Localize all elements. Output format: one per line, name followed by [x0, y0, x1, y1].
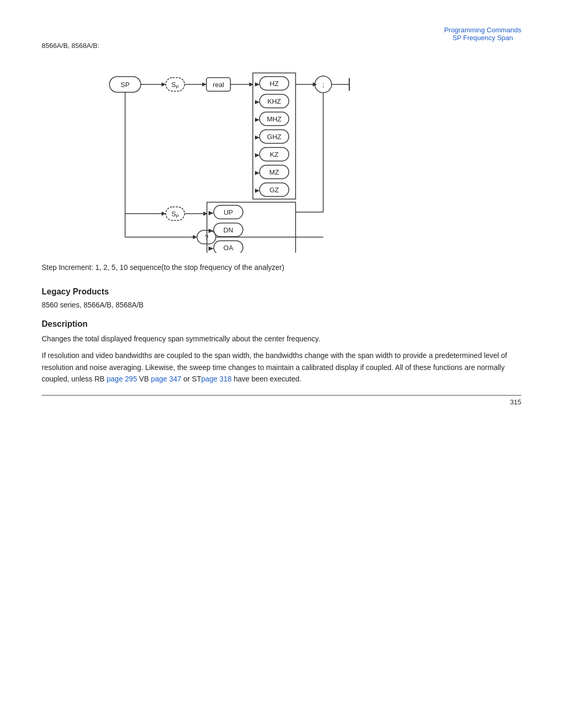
svg-text:SP: SP [172, 81, 179, 90]
svg-text:?: ? [204, 233, 208, 241]
vb-link[interactable]: page 347 [151, 375, 181, 383]
svg-marker-61 [193, 235, 197, 239]
step-increment-text: Step Increment: 1, 2, 5, 10 sequence(to … [42, 263, 521, 272]
svg-text:DN: DN [224, 226, 234, 234]
svg-text:;: ; [322, 81, 324, 89]
rb-link[interactable]: page 295 [107, 375, 137, 383]
svg-text:SP: SP [172, 210, 179, 219]
svg-marker-24 [255, 135, 260, 140]
svg-text:KHZ: KHZ [267, 97, 281, 105]
svg-text:KZ: KZ [270, 151, 279, 158]
description-heading: Description [42, 319, 521, 329]
svg-text:MZ: MZ [270, 168, 279, 176]
description-para2: If resolution and video bandwidths are c… [42, 350, 521, 385]
svg-text:GHZ: GHZ [267, 133, 282, 141]
svg-text:HZ: HZ [270, 80, 278, 88]
footer-line [42, 395, 521, 396]
svg-marker-42 [162, 212, 166, 216]
svg-marker-56 [209, 246, 214, 251]
svg-marker-3 [162, 82, 166, 87]
para2-mid1: VB [137, 375, 151, 383]
description-para1: Changes the total displayed frequency sp… [42, 333, 521, 344]
header-right: Programming Commands SP Frequency Span [444, 26, 521, 42]
st-link[interactable]: page 318 [201, 375, 231, 383]
svg-marker-33 [255, 189, 260, 193]
svg-marker-15 [255, 82, 260, 87]
svg-marker-21 [255, 118, 260, 122]
svg-text:GZ: GZ [270, 186, 279, 194]
page-number: 315 [510, 398, 521, 406]
para2-end: have been executed. [231, 375, 301, 383]
svg-marker-50 [209, 211, 214, 215]
syntax-diagram: SP SP real HZ [104, 55, 375, 253]
para2-mid2: or ST [181, 375, 201, 383]
header-line1[interactable]: Programming Commands [444, 26, 521, 34]
svg-text:MHZ: MHZ [267, 115, 282, 123]
svg-marker-7 [202, 82, 206, 87]
svg-marker-18 [255, 100, 260, 104]
diagram-subtitle: 8566A/B, 8568A/B: [42, 42, 521, 50]
svg-text:UP: UP [224, 208, 233, 216]
svg-text:OA: OA [224, 244, 234, 252]
svg-marker-27 [255, 153, 260, 157]
svg-text:SP: SP [120, 81, 129, 89]
svg-rect-47 [207, 202, 296, 253]
header-line2[interactable]: SP Frequency Span [444, 34, 521, 42]
diagram-container: SP SP real HZ [104, 55, 521, 253]
svg-marker-30 [255, 171, 260, 175]
svg-text:real: real [213, 81, 224, 89]
legacy-products-text: 8560 series, 8566A/B, 8568A/B [42, 301, 521, 309]
legacy-products-heading: Legacy Products [42, 287, 521, 297]
